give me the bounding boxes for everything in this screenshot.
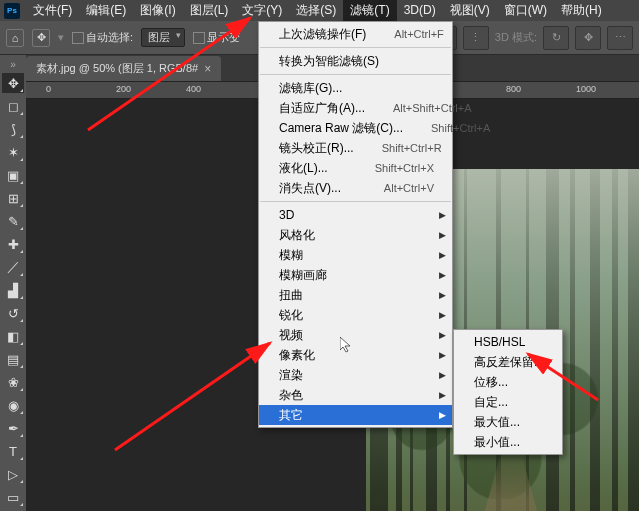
quick-select-tool[interactable]: ✶ bbox=[2, 142, 24, 162]
ruler-tick: 0 bbox=[46, 84, 51, 94]
menu-file[interactable]: 文件(F) bbox=[26, 0, 79, 21]
eyedropper-tool[interactable]: ✎ bbox=[2, 211, 24, 231]
crop-tool[interactable]: ▣ bbox=[2, 165, 24, 185]
show-transform-label: 显示变 bbox=[207, 31, 240, 43]
stamp-tool[interactable]: ▟ bbox=[2, 280, 24, 300]
filter-menu-item[interactable]: 锐化▶ bbox=[259, 305, 452, 325]
lasso-tool[interactable]: ⟆ bbox=[2, 119, 24, 139]
menu-image[interactable]: 图像(I) bbox=[133, 0, 182, 21]
current-tool-icon[interactable]: ✥ bbox=[32, 29, 50, 47]
shape-tool[interactable]: ▭ bbox=[2, 487, 24, 507]
menu-item-label: 扭曲 bbox=[279, 287, 303, 303]
menu-item-label: 自定... bbox=[474, 394, 508, 410]
filter-menu-item[interactable]: 3D▶ bbox=[259, 205, 452, 225]
menu-3d[interactable]: 3D(D) bbox=[397, 0, 443, 21]
submenu-arrow-icon: ▶ bbox=[439, 327, 446, 343]
menu-item-shortcut: Alt+Ctrl+F bbox=[394, 26, 444, 42]
pan-icon[interactable]: ✥ bbox=[575, 26, 601, 50]
submenu-arrow-icon: ▶ bbox=[439, 227, 446, 243]
filter-menu-item[interactable]: 消失点(V)...Alt+Ctrl+V bbox=[259, 178, 452, 198]
menu-separator bbox=[260, 201, 451, 202]
submenu-item[interactable]: 高反差保留... bbox=[454, 352, 562, 372]
filter-menu-item[interactable]: 视频▶ bbox=[259, 325, 452, 345]
submenu-item[interactable]: 位移... bbox=[454, 372, 562, 392]
menu-separator bbox=[260, 47, 451, 48]
menu-item-label: 视频 bbox=[279, 327, 303, 343]
submenu-arrow-icon: ▶ bbox=[439, 387, 446, 403]
menu-window[interactable]: 窗口(W) bbox=[497, 0, 554, 21]
show-transform-checkbox[interactable] bbox=[193, 32, 205, 44]
menu-item-label: 最大值... bbox=[474, 414, 520, 430]
menu-item-shortcut: Alt+Shift+Ctrl+A bbox=[393, 100, 472, 116]
pen-tool[interactable]: ✒ bbox=[2, 418, 24, 438]
submenu-item[interactable]: HSB/HSL bbox=[454, 332, 562, 352]
menu-item-label: 风格化 bbox=[279, 227, 315, 243]
gradient-tool[interactable]: ▤ bbox=[2, 349, 24, 369]
eraser-tool[interactable]: ◧ bbox=[2, 326, 24, 346]
blur-tool[interactable]: ❀ bbox=[2, 372, 24, 392]
path-select-tool[interactable]: ▷ bbox=[2, 464, 24, 484]
filter-menu-item[interactable]: 镜头校正(R)...Shift+Ctrl+R bbox=[259, 138, 452, 158]
marquee-tool[interactable]: ◻ bbox=[2, 96, 24, 116]
history-brush-tool[interactable]: ↺ bbox=[2, 303, 24, 323]
ruler-tick: 400 bbox=[186, 84, 201, 94]
ruler-tick: 1000 bbox=[576, 84, 596, 94]
menu-item-label: 上次滤镜操作(F) bbox=[279, 26, 366, 42]
menu-item-label: 滤镜库(G)... bbox=[279, 80, 342, 96]
filter-menu-item[interactable]: 像素化▶ bbox=[259, 345, 452, 365]
submenu-arrow-icon: ▶ bbox=[439, 287, 446, 303]
dodge-tool[interactable]: ◉ bbox=[2, 395, 24, 415]
filter-menu-item[interactable]: 杂色▶ bbox=[259, 385, 452, 405]
submenu-item[interactable]: 最大值... bbox=[454, 412, 562, 432]
close-tab-icon[interactable]: × bbox=[204, 62, 211, 76]
healing-tool[interactable]: ✚ bbox=[2, 234, 24, 254]
menu-edit[interactable]: 编辑(E) bbox=[79, 0, 133, 21]
filter-menu-item[interactable]: 渲染▶ bbox=[259, 365, 452, 385]
distribute-icon[interactable]: ⋮ bbox=[463, 26, 489, 50]
options-icon[interactable]: ⋯ bbox=[607, 26, 633, 50]
menu-filter[interactable]: 滤镜(T) bbox=[343, 0, 396, 21]
menu-item-label: 液化(L)... bbox=[279, 160, 328, 176]
document-tab[interactable]: 素材.jpg @ 50% (图层 1, RGB/8# × bbox=[26, 56, 221, 81]
filter-menu-item[interactable]: Camera Raw 滤镜(C)...Shift+Ctrl+A bbox=[259, 118, 452, 138]
filter-menu-item[interactable]: 模糊▶ bbox=[259, 245, 452, 265]
filter-menu-item[interactable]: 滤镜库(G)... bbox=[259, 78, 452, 98]
auto-select-dropdown[interactable]: 图层 bbox=[141, 28, 185, 47]
brush-tool[interactable]: ／ bbox=[2, 257, 24, 277]
menu-select[interactable]: 选择(S) bbox=[289, 0, 343, 21]
filter-menu-item[interactable]: 模糊画廊▶ bbox=[259, 265, 452, 285]
tools-panel: » ✥◻⟆✶▣⊞✎✚／▟↺◧▤❀◉✒T▷▭✋ bbox=[0, 55, 26, 511]
menu-item-label: 自适应广角(A)... bbox=[279, 100, 365, 116]
menu-item-shortcut: Shift+Ctrl+A bbox=[431, 120, 490, 136]
filter-menu-item[interactable]: 自适应广角(A)...Alt+Shift+Ctrl+A bbox=[259, 98, 452, 118]
menu-item-label: 像素化 bbox=[279, 347, 315, 363]
filter-menu-item[interactable]: 转换为智能滤镜(S) bbox=[259, 51, 452, 71]
menu-item-label: 其它 bbox=[279, 407, 303, 423]
filter-menu-item[interactable]: 其它▶ bbox=[259, 405, 452, 425]
tools-collapse-icon[interactable]: » bbox=[10, 59, 16, 70]
menu-item-shortcut: Shift+Ctrl+X bbox=[375, 160, 434, 176]
menu-item-label: 渲染 bbox=[279, 367, 303, 383]
orbit-icon[interactable]: ↻ bbox=[543, 26, 569, 50]
submenu-item[interactable]: 自定... bbox=[454, 392, 562, 412]
type-tool[interactable]: T bbox=[2, 441, 24, 461]
submenu-item[interactable]: 最小值... bbox=[454, 432, 562, 452]
filter-menu-item[interactable]: 液化(L)...Shift+Ctrl+X bbox=[259, 158, 452, 178]
frame-tool[interactable]: ⊞ bbox=[2, 188, 24, 208]
menu-layer[interactable]: 图层(L) bbox=[183, 0, 236, 21]
menu-help[interactable]: 帮助(H) bbox=[554, 0, 609, 21]
menu-item-label: 模糊画廊 bbox=[279, 267, 327, 283]
menu-item-label: 杂色 bbox=[279, 387, 303, 403]
move-tool[interactable]: ✥ bbox=[2, 73, 24, 93]
auto-select-checkbox[interactable] bbox=[72, 32, 84, 44]
menu-separator bbox=[260, 74, 451, 75]
filter-menu-item[interactable]: 风格化▶ bbox=[259, 225, 452, 245]
menu-item-shortcut: Alt+Ctrl+V bbox=[384, 180, 434, 196]
ruler-tick: 800 bbox=[506, 84, 521, 94]
menu-view[interactable]: 视图(V) bbox=[443, 0, 497, 21]
home-icon[interactable]: ⌂ bbox=[6, 29, 24, 47]
menu-item-label: 模糊 bbox=[279, 247, 303, 263]
filter-menu-item[interactable]: 扭曲▶ bbox=[259, 285, 452, 305]
filter-menu-item[interactable]: 上次滤镜操作(F)Alt+Ctrl+F bbox=[259, 24, 452, 44]
menu-type[interactable]: 文字(Y) bbox=[235, 0, 289, 21]
